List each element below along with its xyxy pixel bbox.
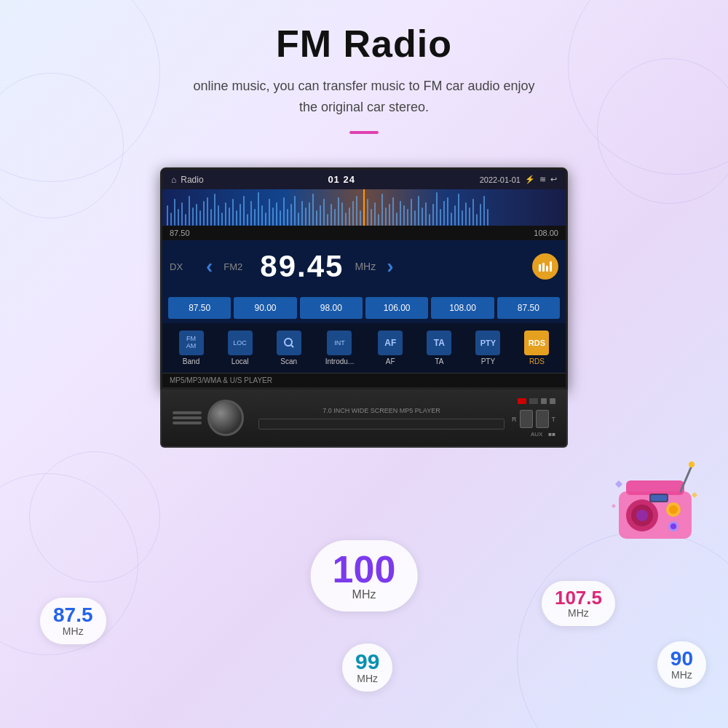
chassis-label: 7.0 INCH WIDE SCREEN MP5 PLAYER (258, 407, 505, 414)
tuner-bar (162, 189, 566, 226)
chassis: 7.0 INCH WIDE SCREEN MP5 PLAYER R T AUX … (160, 389, 568, 448)
status-date: 2022-01-01 (480, 175, 521, 184)
volume-knob[interactable] (207, 400, 244, 436)
pty-button[interactable]: PTY PTY (475, 331, 500, 365)
preset-6[interactable]: 87.50 (497, 297, 560, 319)
scan-icon (277, 331, 301, 355)
svg-point-10 (636, 510, 648, 521)
screen-panel: ⌂ Radio 01 24 2022-01-01 ⚡ ≋ ↩ (160, 167, 568, 389)
intro-icon: INT (327, 331, 352, 355)
freq-badge-90: 90 MHz (657, 641, 706, 688)
svg-rect-18 (651, 495, 667, 501)
bluetooth-icon: ⚡ (525, 175, 535, 184)
ta-icon: TA (427, 331, 451, 355)
band-icon: FMAM (179, 331, 204, 355)
preset-1[interactable]: 87.50 (168, 297, 231, 319)
freq-band-label: FM2 (223, 261, 249, 272)
band-label: Band (183, 357, 199, 365)
svg-marker-21 (612, 504, 616, 508)
svg-point-16 (670, 523, 676, 529)
svg-line-11 (681, 466, 692, 491)
status-time: 01 24 (328, 174, 355, 185)
local-icon: LOC (228, 331, 253, 355)
device-wrapper: ⌂ Radio 01 24 2022-01-01 ⚡ ≋ ↩ (160, 167, 568, 448)
status-right: 2022-01-01 ⚡ ≋ ↩ (480, 175, 557, 184)
intro-label: Introdu... (325, 357, 354, 365)
wifi-icon: ≋ (539, 175, 546, 184)
status-bar: ⌂ Radio 01 24 2022-01-01 ⚡ ≋ ↩ (162, 170, 566, 189)
intro-button[interactable]: INT Introdu... (325, 331, 354, 365)
freq-low-label: 87.50 (170, 229, 190, 237)
af-label: AF (386, 357, 395, 365)
rds-button[interactable]: RDS RDS (524, 331, 549, 365)
rds-label: RDS (529, 357, 545, 365)
svg-rect-3 (550, 261, 552, 272)
eq-icon[interactable] (532, 253, 558, 280)
rds-icon: RDS (524, 331, 549, 355)
status-left: ⌂ Radio (171, 175, 204, 185)
svg-marker-19 (615, 480, 622, 488)
presets-row: 87.50 90.00 98.00 106.00 108.00 87.50 (162, 293, 566, 323)
accent-divider (349, 131, 379, 134)
freq-unit: MHz (355, 261, 376, 272)
svg-rect-1 (542, 263, 545, 272)
page-title: FM Radio (0, 0, 728, 66)
svg-point-12 (689, 462, 695, 467)
preset-2[interactable]: 90.00 (234, 297, 296, 319)
scan-button[interactable]: Scan (277, 331, 301, 365)
page-subtitle: online music, you can transfer music to … (0, 76, 728, 118)
controls-row: FMAM Band LOC Local Scan (162, 323, 566, 373)
svg-rect-0 (539, 264, 541, 272)
svg-marker-20 (692, 492, 697, 498)
freq-high-label: 108.00 (534, 229, 558, 237)
pty-icon: PTY (475, 331, 500, 355)
back-icon: ↩ (550, 175, 557, 184)
preset-5[interactable]: 108.00 (431, 297, 494, 319)
radio-illustration (604, 451, 706, 553)
scan-label: Scan (280, 357, 297, 365)
band-button[interactable]: FMAM Band (179, 331, 204, 365)
af-button[interactable]: AF AF (378, 331, 403, 365)
svg-rect-2 (546, 266, 548, 272)
local-label: Local (232, 357, 249, 365)
radio-label: Radio (181, 175, 203, 185)
tuner-labels: 87.50 108.00 (162, 226, 566, 240)
freq-badge-99: 99 MHz (342, 644, 392, 692)
svg-point-4 (285, 339, 292, 346)
usb-port-1[interactable] (520, 410, 533, 428)
info-bar: MP5/MP3/WMA & U/S PLAYER (162, 373, 566, 387)
ta-button[interactable]: TA TA (427, 331, 451, 365)
freq-badge-107-5: 107.5 MHz (542, 581, 615, 626)
home-icon: ⌂ (171, 175, 176, 185)
preset-4[interactable]: 106.00 (365, 297, 428, 319)
freq-next-button[interactable]: › (387, 255, 393, 278)
pty-label: PTY (481, 357, 495, 365)
svg-rect-7 (626, 480, 684, 495)
preset-3[interactable]: 98.00 (300, 297, 363, 319)
ta-label: TA (435, 357, 443, 365)
freq-value: 89.45 (260, 249, 344, 284)
freq-badge-100: 100 MHz (311, 540, 418, 612)
usb-port-2[interactable] (536, 410, 549, 428)
local-button[interactable]: LOC Local (228, 331, 253, 365)
svg-line-5 (291, 345, 293, 347)
af-icon: AF (378, 331, 403, 355)
freq-badge-87-5: 87.5 MHz (40, 598, 106, 644)
freq-display: DX ‹ FM2 89.45 MHz › (162, 240, 566, 293)
dx-label: DX (170, 261, 195, 272)
freq-prev-button[interactable]: ‹ (206, 255, 213, 278)
tuner-needle (363, 189, 365, 226)
screen-inner: ⌂ Radio 01 24 2022-01-01 ⚡ ≋ ↩ (162, 170, 566, 387)
svg-point-14 (669, 505, 678, 514)
